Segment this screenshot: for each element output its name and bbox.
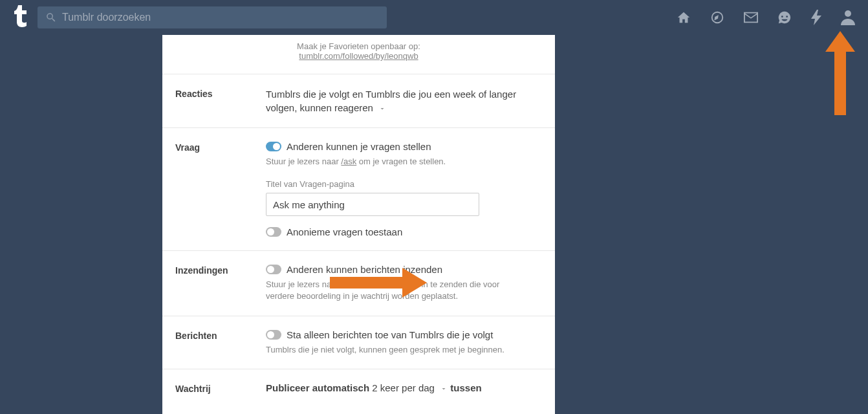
ask-field-label: Titel van Vragen-pagina xyxy=(266,179,529,189)
ask-subtext: Stuur je lezers naar /ask om je vragen t… xyxy=(266,156,529,168)
top-bar xyxy=(0,0,868,35)
activity-icon[interactable] xyxy=(811,10,821,25)
chevron-down-icon[interactable] xyxy=(378,105,386,113)
reactions-section: Reacties Tumblrs die je volgt en Tumblrs… xyxy=(162,74,555,128)
ask-toggle[interactable] xyxy=(266,142,281,151)
anon-toggle-label: Anonieme vragen toestaan xyxy=(287,226,402,237)
reactions-text: Tumblrs die je volgt en Tumblrs die jou … xyxy=(266,89,516,113)
messages-toggle[interactable] xyxy=(266,330,281,340)
inbox-icon[interactable] xyxy=(744,12,758,23)
svg-marker-1 xyxy=(825,31,855,115)
messages-subtext: Tumblrs die je niet volgt, kunnen geen g… xyxy=(266,344,529,356)
submit-toggle[interactable] xyxy=(266,265,281,274)
home-icon[interactable] xyxy=(677,10,691,25)
queue-section: Wachtrij Publiceer automatisch 2 keer pe… xyxy=(162,369,555,407)
search-icon xyxy=(45,12,57,23)
favorites-link[interactable]: tumblr.com/followed/by/leonqwb xyxy=(299,51,418,61)
submit-link[interactable]: /submit xyxy=(341,279,368,289)
anon-toggle[interactable] xyxy=(266,227,281,237)
submit-subtext: Stuur je lezers naar /submit om berichte… xyxy=(266,279,529,302)
settings-panel: Maak je Favorieten openbaar op: tumblr.c… xyxy=(162,35,555,414)
ask-title-input[interactable] xyxy=(266,193,479,216)
search-container xyxy=(38,6,387,28)
submit-toggle-label: Anderen kunnen berichten inzenden xyxy=(287,264,442,275)
annotation-arrow-top xyxy=(824,31,856,115)
account-icon[interactable] xyxy=(841,10,855,25)
search-input[interactable] xyxy=(38,6,387,28)
messages-toggle-label: Sta alleen berichten toe van Tumblrs die… xyxy=(287,329,493,340)
messaging-icon[interactable] xyxy=(777,10,792,25)
explore-icon[interactable] xyxy=(710,10,724,25)
queue-line: Publiceer automatisch 2 keer per dag tus… xyxy=(266,382,529,393)
messages-section: Berichten Sta alleen berichten toe van T… xyxy=(162,316,555,369)
ask-label: Vraag xyxy=(175,141,266,153)
reactions-label: Reacties xyxy=(175,87,266,99)
chevron-down-icon[interactable] xyxy=(440,385,448,393)
submit-section: Inzendingen Anderen kunnen berichten inz… xyxy=(162,251,555,316)
tumblr-logo-icon xyxy=(13,5,27,27)
tumblr-logo[interactable] xyxy=(13,5,27,30)
ask-link[interactable]: /ask xyxy=(341,157,356,166)
nav-icons xyxy=(677,10,855,25)
favorites-label: Maak je Favorieten openbaar op: xyxy=(188,41,529,51)
ask-section: Vraag Anderen kunnen je vragen stellen S… xyxy=(162,128,555,251)
ask-toggle-label: Anderen kunnen je vragen stellen xyxy=(287,141,431,152)
favorites-section: Maak je Favorieten openbaar op: tumblr.c… xyxy=(162,35,555,74)
messages-label: Berichten xyxy=(175,329,266,341)
submit-label: Inzendingen xyxy=(175,264,266,276)
queue-label: Wachtrij xyxy=(175,382,266,394)
svg-point-0 xyxy=(845,10,851,17)
